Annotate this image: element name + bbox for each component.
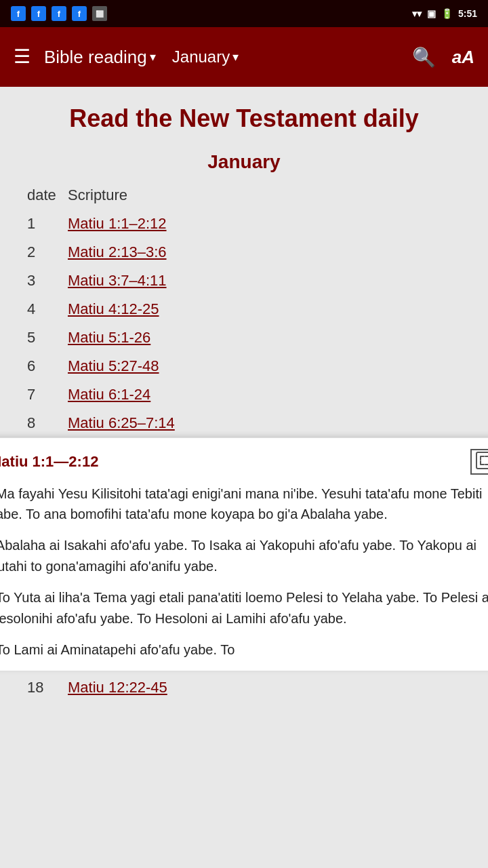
day-cell: 8 [27,409,68,437]
scripture-column-header: Scripture [68,184,461,210]
verse-paragraph: 2Abalaha ai Isakahi afo'afu yabe. To Isa… [0,534,488,577]
scripture-cell: Matiu 2:13–3:6 [68,238,461,267]
bible-reading-dropdown[interactable]: Bible reading ▾ [44,47,156,68]
scripture-link[interactable]: Matiu 2:13–3:6 [68,243,167,260]
time-display: 5:51 [458,8,477,19]
table-row: 18 Matiu 12:22-45 [27,679,461,696]
facebook-icon-3: f [52,6,66,21]
last-row-container: 18 Matiu 12:22-45 [0,671,488,705]
day-cell: 1 [27,210,68,238]
expand-icon [476,452,488,469]
scripture-link[interactable]: Matiu 6:25–7:14 [68,414,175,431]
scripture-cell: Matiu 12:22-45 [68,679,461,696]
scripture-cell: Matiu 6:25–7:14 [68,409,461,437]
facebook-icon-4: f [72,6,87,21]
scripture-link[interactable]: Matiu 1:1–2:12 [68,215,167,232]
facebook-icon-2: f [31,6,46,21]
expand-button[interactable] [470,449,488,475]
verse-paragraph: 3To Yuta ai liha'a Tema yagi etali pana'… [0,587,488,629]
month-dropdown[interactable]: January ▾ [172,47,239,66]
month-label: January [172,47,230,66]
day-cell: 4 [27,295,68,323]
scripture-cell: Matiu 5:1-26 [68,323,461,352]
day-cell: 6 [27,352,68,380]
day-cell: 2 [27,238,68,267]
month-dropdown-arrow: ▾ [232,50,239,64]
popup-content: 1Ma fayahi Yesu Kilisitohi tata'agi enig… [0,483,488,660]
verse-paragraph: 4To Lami ai Aminatapehi afo'afu yabe. To [0,639,488,660]
scripture-link[interactable]: Matiu 6:1-24 [68,386,150,403]
scripture-link[interactable]: Matiu 5:1-26 [68,329,150,346]
table-row: 8Matiu 6:25–7:14 [27,409,461,437]
reading-table: date Scripture 1Matiu 1:1–2:122Matiu 2:1… [27,184,461,437]
font-size-icon: aA [452,47,474,67]
table-row: 1Matiu 1:1–2:12 [27,210,461,238]
hamburger-icon: ☰ [14,46,30,67]
page-title: Read the New Testament daily [27,103,461,135]
svg-rect-0 [476,452,488,469]
status-bar: f f f f ⬜ ▾▾ ▣ 🔋 5:51 [0,0,488,27]
status-bar-right: ▾▾ ▣ 🔋 5:51 [412,8,477,19]
scripture-cell: Matiu 6:1-24 [68,380,461,409]
image-icon: ⬜ [92,6,107,21]
status-bar-left: f f f f ⬜ [11,6,107,21]
popup-header: Matiu 1:1—2:12 [0,449,488,475]
popup-title: Matiu 1:1—2:12 [0,453,98,471]
facebook-icon-1: f [11,6,26,21]
month-heading: January [27,151,461,173]
scripture-cell: Matiu 1:1–2:12 [68,210,461,238]
verse-paragraph: 1Ma fayahi Yesu Kilisitohi tata'agi enig… [0,483,488,526]
wifi-icon: ▾▾ [412,8,422,19]
scripture-link[interactable]: Matiu 4:12-25 [68,300,159,317]
toolbar-title-label: Bible reading [44,47,147,68]
table-row: 5Matiu 5:1-26 [27,323,461,352]
title-dropdown-arrow: ▾ [150,50,156,64]
scripture-link[interactable]: Matiu 12:22-45 [68,679,167,696]
scripture-link[interactable]: Matiu 5:27-48 [68,357,159,374]
signal-icon: ▣ [427,8,436,19]
scripture-preview-panel: Matiu 1:1—2:12 1Ma fayahi Yesu Kilisitoh… [0,437,488,671]
scripture-cell: Matiu 3:7–4:11 [68,267,461,295]
day-cell: 3 [27,267,68,295]
date-column-header: date [27,184,68,210]
scripture-cell: Matiu 4:12-25 [68,295,461,323]
menu-button[interactable]: ☰ [11,45,33,69]
font-size-button[interactable]: aA [449,44,477,71]
table-row: 6Matiu 5:27-48 [27,352,461,380]
day-cell: 18 [27,679,68,696]
table-row: 3Matiu 3:7–4:11 [27,267,461,295]
scripture-link[interactable]: Matiu 3:7–4:11 [68,272,167,289]
day-cell: 5 [27,323,68,352]
table-row: 2Matiu 2:13–3:6 [27,238,461,267]
table-row: 4Matiu 4:12-25 [27,295,461,323]
main-content: Read the New Testament daily January dat… [0,87,488,437]
search-button[interactable]: 🔍 [409,43,439,71]
scripture-cell: Matiu 5:27-48 [68,352,461,380]
day-cell: 7 [27,380,68,409]
table-row: 7Matiu 6:1-24 [27,380,461,409]
search-icon: 🔍 [412,47,436,68]
toolbar: ☰ Bible reading ▾ January ▾ 🔍 aA [0,27,488,87]
battery-icon: 🔋 [441,8,453,19]
